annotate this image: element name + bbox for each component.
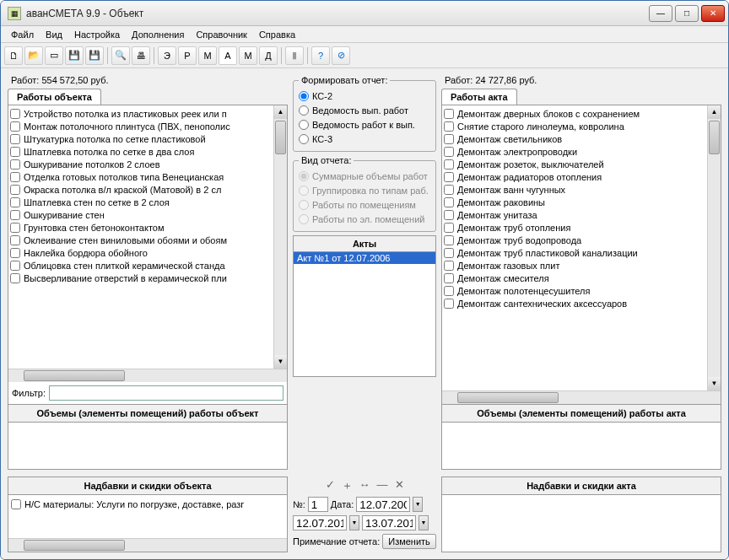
date-to-input[interactable] [362, 515, 416, 530]
minimize-button[interactable]: — [649, 5, 672, 22]
list-item[interactable]: Снятие старого линолеума, ковролина [444, 120, 719, 132]
date-dropdown-icon[interactable]: ▼ [418, 515, 429, 530]
date-dropdown-icon[interactable]: ▼ [413, 497, 423, 512]
list-item[interactable]: Грунтовка стен бетоноконтактом [10, 221, 285, 234]
mode-a-icon[interactable]: А [219, 46, 237, 65]
list-item[interactable]: Монтаж потолочного плинтуса (ПВХ, пенопо… [10, 120, 285, 132]
mode-m2-icon[interactable]: М [239, 46, 257, 65]
radio-ved-done[interactable]: Ведомость вып. работ [299, 103, 430, 117]
list-item[interactable]: Демонтаж дверных блоков с сохранением [444, 107, 719, 120]
nc-object-item[interactable]: Н/С материалы: Услуги по погрузке, доста… [11, 498, 284, 510]
filter-input[interactable] [49, 385, 284, 401]
tab-act-works[interactable]: Работы акта [441, 89, 517, 105]
window-icon[interactable]: ▭ [45, 46, 63, 65]
acts-list[interactable]: Акт №1 от 12.07.2006 [293, 252, 436, 377]
scrollbar-h[interactable] [8, 369, 287, 382]
list-item[interactable]: Ошкуривание стен [10, 208, 285, 221]
item-checkbox[interactable] [10, 223, 20, 233]
save-icon[interactable]: 💾 [65, 46, 84, 65]
item-checkbox[interactable] [10, 159, 20, 170]
list-item[interactable]: Высверливание отверстий в керамической п… [10, 272, 285, 284]
edit-note-button[interactable]: Изменить [382, 534, 436, 549]
list-item[interactable]: Демонтаж розеток, выключателей [444, 158, 719, 170]
list-item[interactable]: Демонтаж сантехнических аксессуаров [444, 297, 719, 310]
menu-file[interactable]: Файл [6, 28, 39, 41]
list-item[interactable]: Устройство потолка из пластиковых реек и… [10, 107, 285, 120]
list-item[interactable]: Демонтаж смесителя [444, 272, 719, 284]
scrollbar-v[interactable]: ▲▼ [273, 105, 287, 369]
tab-object-works[interactable]: Работы объекта [8, 89, 101, 105]
trash-icon[interactable]: ▮ [285, 46, 304, 65]
item-checkbox[interactable] [10, 248, 20, 258]
item-checkbox[interactable] [444, 210, 454, 220]
item-checkbox[interactable] [444, 109, 454, 119]
item-checkbox[interactable] [444, 185, 454, 195]
list-item[interactable]: Штукатурка потолка по сетке пластиковой [10, 132, 285, 145]
item-checkbox[interactable] [444, 286, 454, 296]
list-item[interactable]: Демонтаж радиаторов отопления [444, 170, 719, 183]
scrollbar-v[interactable]: ▲▼ [707, 105, 721, 390]
swap-icon[interactable]: ↔ [359, 478, 370, 493]
print-icon[interactable]: 🖶 [132, 46, 150, 65]
delete-icon[interactable]: ✕ [395, 478, 404, 493]
list-item[interactable]: Демонтаж полотенцесушителя [444, 284, 719, 297]
new-icon[interactable]: 🗋 [4, 46, 23, 65]
list-item[interactable]: Наклейка бордюра обойного [10, 246, 285, 259]
about-icon[interactable]: ⊘ [332, 46, 350, 65]
list-item[interactable]: Окраска потолка в/л краской (Матовой) в … [10, 183, 285, 196]
left-works-list[interactable]: Устройство потолка из пластиковых реек и… [8, 105, 287, 369]
close-button[interactable]: ✕ [701, 5, 725, 22]
remove-icon[interactable]: — [377, 478, 388, 493]
save-as-icon[interactable]: 💾 [85, 46, 104, 65]
list-item[interactable]: Демонтаж труб водопровода [444, 234, 719, 246]
item-checkbox[interactable] [444, 147, 454, 157]
open-icon[interactable]: 📂 [24, 46, 43, 65]
help-icon[interactable]: ? [311, 46, 330, 65]
item-checkbox[interactable] [444, 159, 454, 170]
item-checkbox[interactable] [10, 109, 20, 119]
list-item[interactable]: Демонтаж унитаза [444, 208, 719, 221]
list-item[interactable]: Демонтаж газовых плит [444, 259, 719, 272]
scrollbar-h[interactable] [8, 538, 287, 552]
item-checkbox[interactable] [444, 235, 454, 245]
list-item[interactable]: Шпатлевка стен по сетке в 2 слоя [10, 196, 285, 208]
item-checkbox[interactable] [10, 261, 20, 271]
date-from-input[interactable] [293, 515, 347, 530]
date-input[interactable] [356, 497, 410, 512]
item-checkbox[interactable] [10, 134, 20, 144]
list-item[interactable]: Демонтаж электропроводки [444, 145, 719, 158]
list-item[interactable]: Отделка готовых потолков типа Венецианск… [10, 170, 285, 183]
maximize-button[interactable]: □ [675, 5, 699, 22]
item-checkbox[interactable] [444, 248, 454, 258]
list-item[interactable]: Шпатлевка потолка по сетке в два слоя [10, 145, 285, 158]
act-selected[interactable]: Акт №1 от 12.07.2006 [294, 252, 435, 264]
confirm-icon[interactable]: ✓ [326, 478, 335, 493]
nc-checkbox[interactable] [11, 499, 21, 509]
list-item[interactable]: Оклеивание стен виниловыми обоями и обоя… [10, 234, 285, 246]
item-checkbox[interactable] [10, 235, 20, 245]
list-item[interactable]: Демонтаж раковины [444, 196, 719, 208]
list-item[interactable]: Ошкуривание потолков 2 слоев [10, 158, 285, 170]
menu-reference[interactable]: Справочник [191, 28, 252, 41]
item-checkbox[interactable] [10, 197, 20, 207]
list-item[interactable]: Демонтаж труб отопления [444, 221, 719, 234]
item-checkbox[interactable] [444, 223, 454, 233]
menu-addons[interactable]: Дополнения [127, 28, 189, 41]
item-checkbox[interactable] [444, 197, 454, 207]
num-input[interactable] [308, 497, 328, 512]
list-item[interactable]: Демонтаж ванн чугунных [444, 183, 719, 196]
list-item[interactable]: Облицовка стен плиткой керамической стан… [10, 259, 285, 272]
list-item[interactable]: Демонтаж светильников [444, 132, 719, 145]
menu-help[interactable]: Справка [254, 28, 300, 41]
mode-d-icon[interactable]: Д [259, 46, 278, 65]
print-preview-icon[interactable]: 🔍 [111, 46, 130, 65]
item-checkbox[interactable] [10, 172, 20, 182]
item-checkbox[interactable] [444, 261, 454, 271]
menu-settings[interactable]: Настройка [69, 28, 125, 41]
radio-ks3[interactable]: КС-3 [299, 132, 430, 146]
item-checkbox[interactable] [10, 121, 20, 132]
date-dropdown-icon[interactable]: ▼ [349, 515, 359, 530]
add-icon[interactable]: ＋ [342, 478, 353, 493]
item-checkbox[interactable] [444, 273, 454, 283]
radio-ks2[interactable]: КС-2 [299, 89, 430, 103]
